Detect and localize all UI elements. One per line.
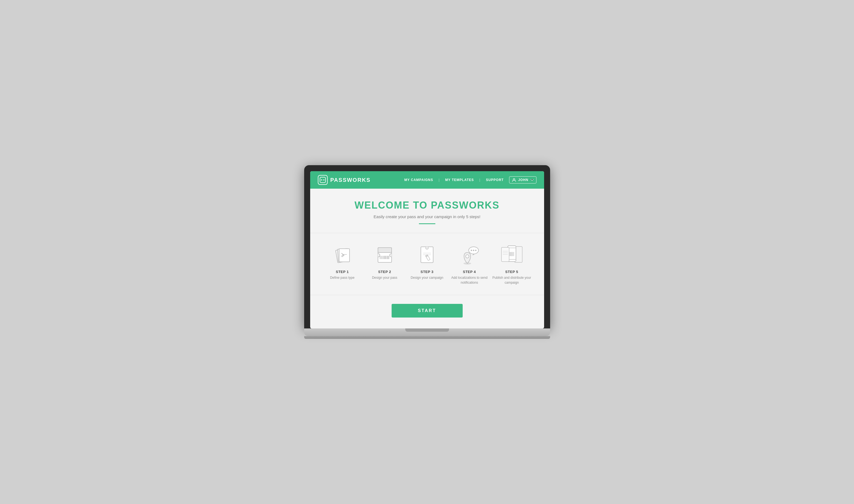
nav-campaigns[interactable]: MY CAMPAIGNS <box>404 178 433 182</box>
svg-rect-8 <box>378 248 391 253</box>
step-5: STEP 5 Publish and distribute your campa… <box>490 244 533 285</box>
logo-text: PASSWORKS <box>330 177 371 183</box>
svg-rect-0 <box>320 177 326 183</box>
start-button[interactable]: START <box>391 304 463 318</box>
step-2-icon <box>372 244 397 266</box>
hero-subtitle: Easily create your pass and your campaig… <box>316 214 539 219</box>
step-1: STEP 1 Define pass type <box>321 244 364 280</box>
hero-section: WELCOME TO PASSWORKS Easily create your … <box>310 188 544 233</box>
step-1-label: STEP 1 <box>336 270 349 274</box>
svg-point-26 <box>473 250 474 251</box>
svg-point-2 <box>323 179 325 180</box>
step-1-desc: Define pass type <box>330 275 354 280</box>
laptop-container: PASSWORKS MY CAMPAIGNS | MY TEMPLATES | … <box>304 165 550 339</box>
nav-support[interactable]: SUPPORT <box>486 178 504 182</box>
navigation: PASSWORKS MY CAMPAIGNS | MY TEMPLATES | … <box>310 171 544 188</box>
step-2-desc: Design your pass <box>372 275 397 280</box>
laptop-bezel: PASSWORKS MY CAMPAIGNS | MY TEMPLATES | … <box>304 165 550 328</box>
svg-point-3 <box>513 179 515 180</box>
chevron-down-icon <box>531 179 534 181</box>
step-3: STEP 3 Design your campaign <box>406 244 448 280</box>
step-4-desc: Add localizations to send notifications <box>448 275 490 285</box>
svg-point-25 <box>471 250 472 251</box>
step-2-label: STEP 2 <box>378 270 391 274</box>
svg-point-27 <box>475 250 476 251</box>
laptop-foot <box>304 336 550 339</box>
step-3-desc: Design your campaign <box>411 275 443 280</box>
nav-templates[interactable]: MY TEMPLATES <box>445 178 474 182</box>
step-2: STEP 2 Design your pass <box>364 244 406 280</box>
logo: PASSWORKS <box>318 175 371 185</box>
svg-point-29 <box>466 255 469 258</box>
hero-title: WELCOME TO PASSWORKS <box>316 200 539 211</box>
step-5-label: STEP 5 <box>505 270 518 274</box>
step-1-icon <box>330 244 355 266</box>
step-3-icon <box>415 244 439 266</box>
steps-row: STEP 1 Define pass type <box>321 244 533 285</box>
svg-point-1 <box>321 179 322 180</box>
hero-divider <box>419 223 435 224</box>
step-5-icon <box>500 244 524 266</box>
user-name: JOHN <box>518 178 528 182</box>
laptop-notch <box>405 328 449 332</box>
nav-sep-1: | <box>439 178 440 182</box>
laptop-screen: PASSWORKS MY CAMPAIGNS | MY TEMPLATES | … <box>310 171 544 328</box>
laptop-base <box>304 328 550 336</box>
step-4: STEP 4 Add localizations to send notific… <box>448 244 490 285</box>
cta-section: START <box>310 295 544 328</box>
step-3-label: STEP 3 <box>421 270 434 274</box>
user-icon <box>512 178 516 182</box>
nav-sep-2: | <box>479 178 481 182</box>
nav-right: MY CAMPAIGNS | MY TEMPLATES | SUPPORT JO… <box>404 176 536 183</box>
step-4-label: STEP 4 <box>463 270 476 274</box>
steps-section: STEP 1 Define pass type <box>310 233 544 295</box>
step-4-icon <box>457 244 482 266</box>
logo-icon <box>318 175 328 185</box>
step-5-desc: Publish and distribute your campaign <box>490 275 533 285</box>
user-menu[interactable]: JOHN <box>509 176 536 183</box>
